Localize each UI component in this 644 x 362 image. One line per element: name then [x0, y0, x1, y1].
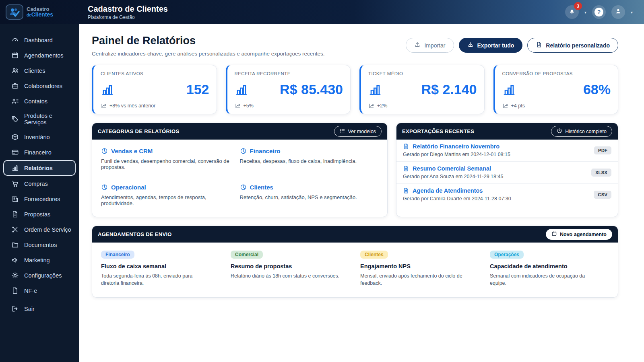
sidebar-item-dashboard[interactable]: Dashboard	[3, 33, 76, 47]
sidebar-item-fornecedores[interactable]: Fornecedores	[3, 191, 76, 206]
bell-icon	[568, 8, 576, 16]
bar-chart-icon	[11, 164, 19, 172]
sidebar-item-colaboradores[interactable]: Colaboradores	[3, 78, 76, 93]
category-operacional: Operacional Atendimentos, agendas, tempo…	[101, 184, 240, 206]
sidebar-item-ordem-de-servico[interactable]: Ordem de Serviço	[3, 222, 76, 237]
export-row: Agenda de Atendimentos Gerado por Camila…	[396, 183, 618, 206]
new-schedule-button[interactable]: Novo agendamento	[546, 229, 612, 240]
bars-icon	[235, 83, 248, 96]
sidebar-item-compras[interactable]: Compras	[3, 176, 76, 191]
schedule-description: Toda segunda-feira às 08h, enviado para …	[101, 272, 211, 287]
view-templates-button[interactable]: Ver modelos	[334, 126, 382, 137]
sidebar-item-inventario[interactable]: Inventário	[3, 130, 76, 144]
custom-report-button[interactable]: Relatório personalizado	[527, 38, 618, 53]
document-icon	[403, 143, 409, 150]
export-link[interactable]: Resumo Comercial Semanal	[403, 165, 503, 172]
kpi-label: CLIENTES ATIVOS	[101, 71, 209, 76]
sidebar-item-financeiro[interactable]: Financeiro	[3, 145, 76, 160]
user-icon	[615, 8, 622, 16]
pie-chart-icon	[101, 148, 108, 154]
app-logo[interactable]: Cadastro deClientes	[0, 4, 79, 20]
kpi-value: 152	[186, 82, 209, 97]
sidebar-item-marketing[interactable]: Marketing	[3, 253, 76, 267]
user-menu-caret-icon[interactable]: ▾	[631, 10, 633, 14]
notifications-caret-icon[interactable]: ▾	[584, 10, 586, 14]
kpi-label: CONVERSÃO DE PROPOSTAS	[502, 71, 611, 76]
sidebar-item-clientes[interactable]: Clientes	[3, 63, 76, 78]
calendar-plus-icon	[551, 231, 557, 238]
schedule-description: Relatório diário às 18h com status e con…	[231, 272, 340, 280]
category-description: Funil de vendas, desempenho comercial, c…	[101, 158, 240, 170]
kpi-card-receita-recorrente: RECEITA RECORRENTE R$ 85.430 +5%	[226, 65, 351, 114]
trend-icon	[235, 103, 241, 109]
export-link[interactable]: Agenda de Atendimentos	[403, 187, 511, 194]
kpi-value: R$ 2.140	[421, 82, 477, 97]
export-row: Resumo Comercial Semanal Gerado por Ana …	[396, 161, 618, 183]
trend-icon	[502, 103, 509, 109]
notifications-button[interactable]: 3	[565, 5, 579, 19]
schedule-title: Engajamento NPS	[360, 263, 479, 269]
schedule-title: Resumo de propostas	[231, 263, 350, 269]
sidebar-item-produtos-servicos[interactable]: Produtos e Serviços	[3, 109, 76, 129]
category-link[interactable]: Financeiro	[240, 148, 379, 154]
sidebar-item-configuracoes[interactable]: Configurações	[3, 268, 76, 283]
sidebar-item-agendamentos[interactable]: Agendamentos	[3, 48, 76, 63]
building-icon	[11, 195, 19, 203]
pie-chart-icon	[240, 184, 247, 191]
document-icon	[403, 165, 409, 172]
bars-icon	[101, 83, 114, 96]
download-icon	[467, 41, 474, 49]
bars-icon	[502, 83, 516, 96]
file-text-icon	[11, 210, 19, 218]
category-link[interactable]: Operacional	[101, 184, 240, 191]
sidebar-item-nfe[interactable]: NF-e	[3, 283, 76, 298]
pie-chart-icon	[240, 148, 247, 154]
kpi-label: TICKET MÉDIO	[368, 71, 477, 76]
file-icon	[11, 287, 19, 294]
megaphone-icon	[11, 256, 19, 264]
file-format-badge: PDF	[594, 146, 611, 154]
sidebar-item-sair[interactable]: Sair	[3, 301, 76, 316]
sidebar-item-documentos[interactable]: Documentos	[3, 237, 76, 252]
sidebar-item-contatos[interactable]: Contatos	[3, 94, 76, 109]
briefcase-icon	[11, 82, 19, 90]
pie-chart-icon	[101, 184, 108, 191]
schedule-resumo-propostas: Comercial Resumo de propostas Relatório …	[231, 251, 350, 287]
clock-icon	[557, 128, 562, 135]
document-icon	[403, 187, 409, 194]
kpi-label: RECEITA RECORRENTE	[235, 71, 343, 76]
category-description: Retenção, churn, satisfação, NPS e segme…	[240, 194, 379, 200]
logo-mark-icon	[6, 4, 23, 20]
export-meta: Gerado por Ana Souza em 2024-11-29 18:45	[403, 174, 503, 179]
import-button[interactable]: Importar	[406, 38, 454, 53]
cart-icon	[11, 180, 19, 187]
help-button[interactable]: ?	[592, 5, 606, 19]
gear-icon	[11, 272, 19, 279]
list-icon	[340, 128, 345, 135]
sidebar: Dashboard Agendamentos Clientes Colabora…	[0, 24, 79, 362]
app-title: Cadastro de Clientes	[88, 4, 168, 14]
users-icon	[11, 67, 19, 74]
export-link[interactable]: Relatório Financeiro Novembro	[403, 143, 510, 150]
schedule-fluxo-caixa: Financeiro Fluxo de caixa semanal Toda s…	[101, 251, 220, 287]
logout-icon	[11, 305, 19, 313]
category-link[interactable]: Vendas e CRM	[101, 148, 240, 154]
tag-icon	[11, 115, 19, 123]
user-menu-button[interactable]	[611, 5, 625, 19]
sidebar-item-propostas[interactable]: Propostas	[3, 207, 76, 222]
schedule-capacidade-atendimento: Operações Capacidade de atendimento Sema…	[490, 251, 609, 287]
full-history-button[interactable]: Histórico completo	[551, 126, 612, 137]
category-link[interactable]: Clientes	[240, 184, 379, 191]
file-chart-icon	[536, 41, 542, 49]
schedules-panel: AGENDAMENTOS DE ENVIO Novo agendamento F…	[92, 226, 618, 298]
export-all-button[interactable]: Exportar tudo	[459, 38, 523, 53]
schedule-title: Capacidade de atendimento	[490, 263, 609, 269]
trend-icon	[101, 103, 107, 109]
logo-text: Cadastro deClientes	[27, 6, 53, 18]
gauge-icon	[11, 36, 19, 44]
exports-panel: EXPORTAÇÕES RECENTES Histórico completo …	[396, 123, 618, 217]
sidebar-item-relatorios[interactable]: Relatórios	[3, 160, 76, 176]
logo-text-line1: Cadastro	[27, 6, 53, 12]
logo-text-line2: Clientes	[31, 11, 53, 18]
box-icon	[11, 133, 19, 141]
